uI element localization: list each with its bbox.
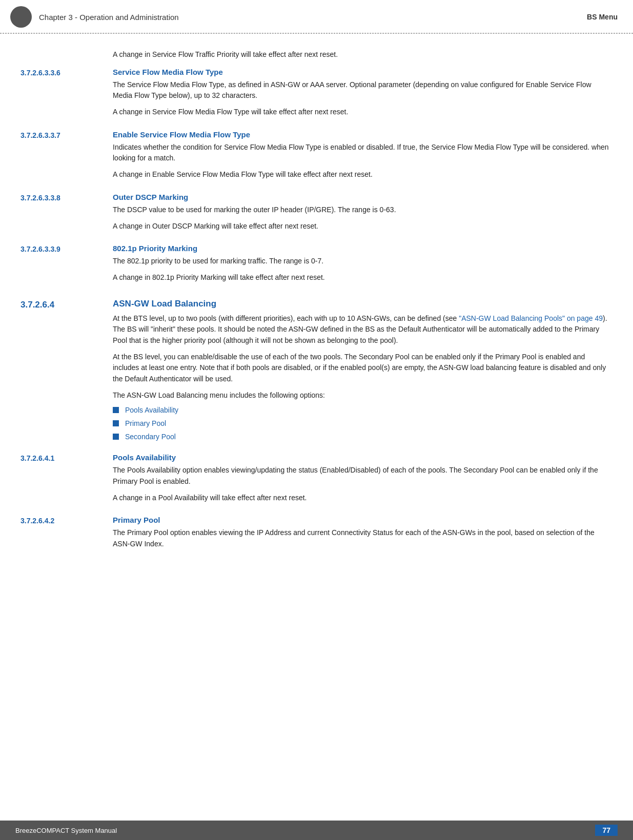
- bullet-icon-0: [113, 407, 119, 413]
- section-title-3-7-2-6-3-3-8: Outer DSCP Marking: [113, 193, 612, 201]
- section-para-3-7-2-6-4-0: At the BTS level, up to two pools (with …: [113, 313, 612, 346]
- section-para-3-7-2-6-3-3-8-0: The DSCP value to be used for marking th…: [113, 204, 612, 216]
- section-3-7-2-6-3-3-7: 3.7.2.6.3.3.7 Enable Service Flow Media …: [21, 130, 612, 186]
- section-title-3-7-2-6-4: ASN-GW Load Balancing: [113, 299, 612, 309]
- section-3-7-2-6-4-2: 3.7.2.6.4.2 Primary Pool The Primary Poo…: [21, 516, 612, 555]
- bullet-icon-1: [113, 420, 119, 426]
- section-title-3-7-2-6-3-3-7: Enable Service Flow Media Flow Type: [113, 130, 612, 139]
- asn-gw-pools-link[interactable]: "ASN-GW Load Balancing Pools" on page 49: [459, 314, 603, 322]
- section-num-3-7-2-6-4-1: 3.7.2.6.4.1: [21, 453, 113, 508]
- section-para-3-7-2-6-4-2: The ASN-GW Load Balancing menu includes …: [113, 390, 612, 401]
- section-3-7-2-6-3-3-8: 3.7.2.6.3.3.8 Outer DSCP Marking The DSC…: [21, 193, 612, 237]
- section-body-3-7-2-6-4-2: Primary Pool The Primary Pool option ena…: [113, 516, 612, 555]
- list-item-secondary-pool: Secondary Pool: [113, 433, 612, 441]
- section-body-3-7-2-6-3-3-6: Service Flow Media Flow Type The Service…: [113, 68, 612, 123]
- section-3-7-2-6-4-1: 3.7.2.6.4.1 Pools Availability The Pools…: [21, 453, 612, 508]
- section-3-7-2-6-4: 3.7.2.6.4 ASN-GW Load Balancing At the B…: [21, 299, 612, 446]
- list-item-primary-pool: Primary Pool: [113, 419, 612, 427]
- footer-title: BreezeCOMPACT System Manual: [15, 827, 117, 834]
- section-para-3-7-2-6-4-2-0: The Primary Pool option enables viewing …: [113, 527, 612, 549]
- section-title-3-7-2-6-3-3-6: Service Flow Media Flow Type: [113, 68, 612, 76]
- section-para-3-7-2-6-3-3-9-1: A change in 802.1p Priority Marking will…: [113, 272, 612, 283]
- section-body-3-7-2-6-3-3-9: 802.1p Priority Marking The 802.1p prior…: [113, 244, 612, 288]
- section-body-3-7-2-6-4: ASN-GW Load Balancing At the BTS level, …: [113, 299, 612, 446]
- section-title-3-7-2-6-3-3-9: 802.1p Priority Marking: [113, 244, 612, 253]
- section-3-7-2-6-3-3-6: 3.7.2.6.3.3.6 Service Flow Media Flow Ty…: [21, 68, 612, 123]
- bullet-icon-2: [113, 434, 119, 440]
- section-num-3-7-2-6-4: 3.7.2.6.4: [21, 299, 113, 446]
- section-label: BS Menu: [587, 13, 618, 21]
- page-number: 77: [595, 825, 618, 836]
- section-para-3-7-2-6-4-1-0: The Pools Availability option enables vi…: [113, 465, 612, 487]
- section-3-7-2-6-3-3-9: 3.7.2.6.3.3.9 802.1p Priority Marking Th…: [21, 244, 612, 288]
- primary-pool-link[interactable]: Primary Pool: [125, 419, 166, 427]
- section-para-3-7-2-6-3-3-6-0: The Service Flow Media Flow Type, as def…: [113, 79, 612, 101]
- section-para-3-7-2-6-3-3-8-1: A change in Outer DSCP Marking will take…: [113, 221, 612, 232]
- chapter-icon: [10, 6, 32, 28]
- section-body-3-7-2-6-3-3-7: Enable Service Flow Media Flow Type Indi…: [113, 130, 612, 186]
- section-title-3-7-2-6-4-2: Primary Pool: [113, 516, 612, 524]
- asn-gw-menu-list: Pools Availability Primary Pool Secondar…: [113, 406, 612, 441]
- section-para-3-7-2-6-3-3-9-0: The 802.1p priority to be used for marki…: [113, 256, 612, 267]
- section-para-3-7-2-6-4-1-1: A change in a Pool Availability will tak…: [113, 493, 612, 504]
- secondary-pool-link[interactable]: Secondary Pool: [125, 433, 176, 441]
- section-body-3-7-2-6-3-3-8: Outer DSCP Marking The DSCP value to be …: [113, 193, 612, 237]
- section-num-3-7-2-6-3-3-8: 3.7.2.6.3.3.8: [21, 193, 113, 237]
- chapter-title: Chapter 3 - Operation and Administration: [39, 13, 179, 22]
- page-header: Chapter 3 - Operation and Administration…: [0, 0, 633, 33]
- page-footer: BreezeCOMPACT System Manual 77: [0, 821, 633, 840]
- section-title-3-7-2-6-4-1: Pools Availability: [113, 453, 612, 462]
- section-para-3-7-2-6-3-3-7-0: Indicates whether the condition for Serv…: [113, 142, 612, 164]
- section-num-3-7-2-6-3-3-6: 3.7.2.6.3.3.6: [21, 68, 113, 123]
- section-num-3-7-2-6-3-3-9: 3.7.2.6.3.3.9: [21, 244, 113, 288]
- section-para-3-7-2-6-3-3-7-1: A change in Enable Service Flow Media Fl…: [113, 169, 612, 180]
- header-left: Chapter 3 - Operation and Administration: [10, 6, 179, 28]
- section-body-3-7-2-6-4-1: Pools Availability The Pools Availabilit…: [113, 453, 612, 508]
- pools-availability-link[interactable]: Pools Availability: [125, 406, 178, 414]
- intro-text: A change in Service Flow Traffic Priorit…: [113, 49, 612, 60]
- section-para-3-7-2-6-3-3-6-1: A change in Service Flow Media Flow Type…: [113, 107, 612, 118]
- section-num-3-7-2-6-4-2: 3.7.2.6.4.2: [21, 516, 113, 555]
- intro-paragraph: A change in Service Flow Traffic Priorit…: [21, 49, 612, 60]
- list-item-pools-availability: Pools Availability: [113, 406, 612, 414]
- section-para-3-7-2-6-4-1: At the BS level, you can enable/disable …: [113, 352, 612, 385]
- page-content: A change in Service Flow Traffic Priorit…: [0, 34, 633, 586]
- section-num-3-7-2-6-3-3-7: 3.7.2.6.3.3.7: [21, 130, 113, 186]
